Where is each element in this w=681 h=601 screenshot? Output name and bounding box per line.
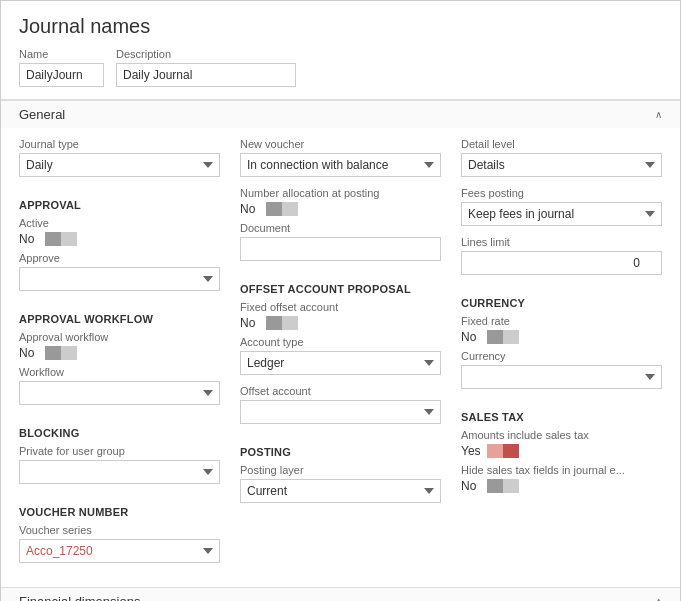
- fixed-rate-row: No: [461, 330, 662, 344]
- hide-sales-tax-row: No: [461, 479, 662, 493]
- journal-type-block: Journal type Daily: [19, 138, 220, 177]
- active-toggle[interactable]: [45, 232, 77, 246]
- workflow-select[interactable]: [19, 381, 220, 405]
- general-section: General ∧ Journal type Daily APPROVAL Ac…: [1, 100, 680, 587]
- offset-account-title: OFFSET ACCOUNT PROPOSAL: [240, 283, 441, 295]
- general-section-header[interactable]: General ∧: [1, 101, 680, 128]
- approve-label: Approve: [19, 252, 220, 264]
- approval-workflow-toggle[interactable]: [45, 346, 77, 360]
- new-voucher-block: New voucher In connection with balance: [240, 138, 441, 177]
- lines-limit-block: Lines limit: [461, 236, 662, 275]
- number-allocation-toggle[interactable]: [266, 202, 298, 216]
- number-allocation-row: No: [240, 202, 441, 216]
- number-allocation-thumb: [266, 202, 282, 216]
- currency-title: CURRENCY: [461, 297, 662, 309]
- detail-level-label: Detail level: [461, 138, 662, 150]
- hide-sales-tax-toggle[interactable]: [487, 479, 519, 493]
- amounts-sales-tax-toggle[interactable]: [487, 444, 519, 458]
- lines-limit-label: Lines limit: [461, 236, 662, 248]
- voucher-series-select[interactable]: Acco_17250: [19, 539, 220, 563]
- journal-type-label: Journal type: [19, 138, 220, 150]
- general-section-title: General: [19, 107, 65, 122]
- approval-title: APPROVAL: [19, 199, 220, 211]
- account-type-block: Account type Ledger: [240, 336, 441, 375]
- private-user-group-select[interactable]: [19, 460, 220, 484]
- workflow-select-block: Workflow: [19, 366, 220, 405]
- financial-dimensions-header[interactable]: Financial dimensions ∧: [1, 588, 680, 601]
- description-field-group: Description: [116, 48, 296, 87]
- financial-dimensions-title: Financial dimensions: [19, 594, 140, 601]
- approval-workflow-title: APPROVAL WORKFLOW: [19, 313, 220, 325]
- posting-layer-block: Posting layer Current: [240, 464, 441, 503]
- voucher-series-label: Voucher series: [19, 524, 220, 536]
- col-middle: New voucher In connection with balance N…: [240, 138, 441, 573]
- posting-title: POSTING: [240, 446, 441, 458]
- general-chevron-icon: ∧: [655, 109, 662, 120]
- currency-label: Currency: [461, 350, 662, 362]
- fixed-offset-value: No: [240, 316, 260, 330]
- posting-layer-select[interactable]: Current: [240, 479, 441, 503]
- general-top-row: Journal type Daily APPROVAL Active No: [19, 138, 662, 573]
- fixed-offset-row: No: [240, 316, 441, 330]
- offset-account-select[interactable]: [240, 400, 441, 424]
- name-description-row: Name Description: [19, 48, 662, 87]
- description-input[interactable]: [116, 63, 296, 87]
- active-toggle-row: No: [19, 232, 220, 246]
- approval-workflow-value: No: [19, 346, 39, 360]
- active-label: Active: [19, 217, 220, 229]
- hide-sales-tax-value: No: [461, 479, 481, 493]
- fixed-rate-thumb: [487, 330, 503, 344]
- page-container: Journal names Name Description General ∧…: [0, 0, 681, 601]
- approval-workflow-thumb: [45, 346, 61, 360]
- fixed-rate-value: No: [461, 330, 481, 344]
- voucher-series-block: Voucher series Acco_17250: [19, 524, 220, 563]
- hide-sales-tax-label: Hide sales tax fields in journal e...: [461, 464, 662, 476]
- journal-type-select[interactable]: Daily: [19, 153, 220, 177]
- description-label: Description: [116, 48, 296, 60]
- number-allocation-value: No: [240, 202, 260, 216]
- col-left: Journal type Daily APPROVAL Active No: [19, 138, 220, 573]
- fixed-offset-toggle[interactable]: [266, 316, 298, 330]
- document-label: Document: [240, 222, 441, 234]
- page-header: Journal names Name Description: [1, 1, 680, 100]
- fees-posting-label: Fees posting: [461, 187, 662, 199]
- financial-dimensions-section: Financial dimensions ∧ DEFAULT FINANCIAL…: [1, 587, 680, 601]
- approve-block: Approve: [19, 252, 220, 291]
- new-voucher-label: New voucher: [240, 138, 441, 150]
- detail-level-select[interactable]: Details: [461, 153, 662, 177]
- document-block: Document: [240, 222, 441, 261]
- page-title: Journal names: [19, 15, 662, 38]
- hide-sales-tax-thumb: [487, 479, 503, 493]
- account-type-select[interactable]: Ledger: [240, 351, 441, 375]
- active-toggle-thumb: [45, 232, 61, 246]
- active-value: No: [19, 232, 39, 246]
- amounts-sales-tax-row: Yes: [461, 444, 662, 458]
- name-field-group: Name: [19, 48, 104, 87]
- approval-workflow-toggle-row: No: [19, 346, 220, 360]
- approval-workflow-label: Approval workflow: [19, 331, 220, 343]
- private-user-group-label: Private for user group: [19, 445, 220, 457]
- voucher-number-title: VOUCHER NUMBER: [19, 506, 220, 518]
- currency-select[interactable]: [461, 365, 662, 389]
- fees-posting-block: Fees posting Keep fees in journal: [461, 187, 662, 226]
- financial-dimensions-chevron-icon: ∧: [655, 596, 662, 601]
- name-label: Name: [19, 48, 104, 60]
- sales-tax-title: SALES TAX: [461, 411, 662, 423]
- col-right: Detail level Details Fees posting Keep f…: [461, 138, 662, 573]
- workflow-select-label: Workflow: [19, 366, 220, 378]
- blocking-title: BLOCKING: [19, 427, 220, 439]
- document-input[interactable]: [240, 237, 441, 261]
- fixed-rate-toggle[interactable]: [487, 330, 519, 344]
- amounts-sales-tax-label: Amounts include sales tax: [461, 429, 662, 441]
- approve-select[interactable]: [19, 267, 220, 291]
- offset-account-block: Offset account: [240, 385, 441, 424]
- new-voucher-select[interactable]: In connection with balance: [240, 153, 441, 177]
- amounts-sales-tax-thumb: [503, 444, 519, 458]
- fixed-rate-label: Fixed rate: [461, 315, 662, 327]
- name-input[interactable]: [19, 63, 104, 87]
- lines-limit-input[interactable]: [461, 251, 662, 275]
- fees-posting-select[interactable]: Keep fees in journal: [461, 202, 662, 226]
- posting-layer-label: Posting layer: [240, 464, 441, 476]
- general-section-body: Journal type Daily APPROVAL Active No: [1, 128, 680, 587]
- amounts-sales-tax-value: Yes: [461, 444, 481, 458]
